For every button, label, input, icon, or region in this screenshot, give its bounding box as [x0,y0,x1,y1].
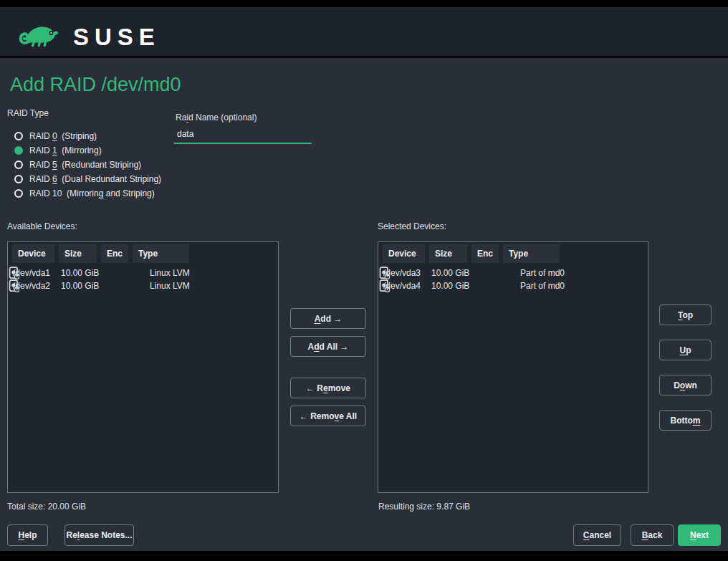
column-header-size[interactable]: Size [429,244,467,263]
table-row[interactable]: /dev/vda3 10.00 GiB Part of md0 [378,267,648,279]
up-button[interactable]: Up [659,340,712,360]
page-title: Add RAID /dev/md0 [10,74,181,96]
add-button[interactable]: Add → [290,308,366,329]
cell-size: 10.00 GiB [61,281,99,291]
radio-option-raid10[interactable]: RAID 10 (Mirroring and Striping) [14,186,155,201]
selected-devices-label: Selected Devices: [378,221,446,231]
brand-wordmark: SUSE [73,24,161,51]
cell-size: 10.00 GiB [61,268,99,278]
top-black-strip [0,0,728,7]
bottom-black-strip [0,551,728,561]
raid-radio-1[interactable] [14,146,23,155]
column-header-enc[interactable]: Enc [471,244,499,263]
column-header-type[interactable]: Type [503,244,560,263]
column-header-device[interactable]: Device [383,244,425,263]
cell-size: 10.00 GiB [431,281,469,291]
radio-option-raid5[interactable]: RAID 5 (Redundant Striping) [14,158,141,172]
cell-size: 10.00 GiB [431,268,469,278]
remove-button[interactable]: ← Remove [290,378,366,398]
raid-name-input[interactable] [174,127,312,144]
raid-radio-3[interactable] [14,175,23,183]
radio-option-raid0[interactable]: RAID 0 (Striping) [14,129,97,143]
cell-type: Part of md0 [520,268,565,278]
remove-all-button[interactable]: ← Remove All [290,406,366,426]
cell-device: /dev/vda4 [383,281,421,291]
help-button[interactable]: Help [7,524,48,546]
bottom-button[interactable]: Bottom [659,410,712,431]
installer-window: SUSE Add RAID /dev/md0 RAID Type RAID 0 … [0,0,728,561]
cell-device: /dev/vda1 [13,268,50,278]
radio-label: RAID 5 (Redundant Striping) [29,160,141,170]
release-notes-button[interactable]: Release Notes... [64,524,134,546]
radio-option-raid1[interactable]: RAID 1 (Mirroring) [14,143,102,158]
radio-label: RAID 6 (Dual Redundant Striping) [29,174,161,184]
cell-device: /dev/vda2 [13,281,50,291]
column-header-device[interactable]: Device [12,244,54,263]
cell-type: Linux LVM [150,281,190,291]
available-devices-label: Available Devices: [7,221,77,231]
table-row[interactable]: /dev/vda4 10.00 GiB Part of md0 [378,279,648,292]
down-button[interactable]: Down [659,375,712,395]
top-button[interactable]: Top [659,305,712,325]
total-size-text: Total size: 20.00 GiB [7,502,86,512]
table-row[interactable]: /dev/vda1 10.00 GiB Linux LVM [8,267,278,279]
column-header-size[interactable]: Size [59,244,97,263]
selected-devices-table[interactable]: Device Size Enc Type /dev/vda3 10.00 GiB… [378,241,648,493]
back-button[interactable]: Back [631,524,674,546]
cancel-button[interactable]: Cancel [573,524,621,546]
column-header-enc[interactable]: Enc [101,244,128,263]
column-header-type[interactable]: Type [133,244,189,263]
cell-device: /dev/vda3 [383,268,421,278]
radio-option-raid6[interactable]: RAID 6 (Dual Redundant Striping) [14,172,161,186]
suse-chameleon-logo [11,20,69,47]
radio-label: RAID 0 (Striping) [29,131,97,141]
radio-label: RAID 1 (Mirroring) [29,145,102,155]
raid-radio-2[interactable] [14,160,23,169]
table-row[interactable]: /dev/vda2 10.00 GiB Linux LVM [8,279,278,292]
next-button[interactable]: Next [678,524,721,546]
raid-radio-4[interactable] [14,189,23,198]
raid-radio-0[interactable] [14,132,23,140]
header-bar: SUSE [0,7,728,58]
raid-type-label: RAID Type [7,108,49,118]
radio-label: RAID 10 (Mirroring and Striping) [29,188,155,198]
available-devices-table[interactable]: Device Size Enc Type /dev/vda1 10.00 GiB… [7,241,279,493]
add-all-button[interactable]: Add All → [290,336,366,357]
cell-type: Linux LVM [150,268,190,278]
cell-type: Part of md0 [520,281,565,291]
resulting-size-text: Resulting size: 9.87 GiB [378,502,470,512]
raid-name-label: Raid Name (optional) [176,112,257,123]
